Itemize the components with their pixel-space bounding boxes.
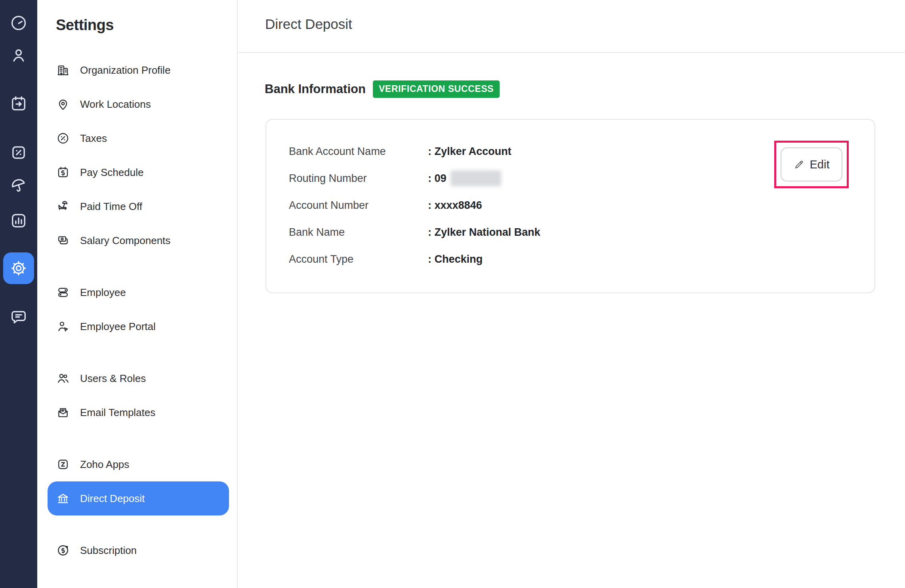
settings-nav: Organization ProfileWork LocationsTaxesP… [37,53,237,567]
detail-label: Bank Name [289,226,428,239]
toggles-icon [56,286,70,299]
sidebar-item-zoho-apps[interactable]: Zoho Apps [48,447,229,481]
sidebar-item-direct-deposit[interactable]: Direct Deposit [48,481,229,515]
rail-item-gauge[interactable] [10,14,28,32]
detail-value: : 09 [428,170,501,186]
sidebar-item-work-locations[interactable]: Work Locations [48,87,229,121]
nav-group-spacer [37,430,237,447]
bank-icon [56,492,70,505]
app-window: Settings Organization ProfileWork Locati… [0,0,905,588]
sidebar-item-label: Email Templates [80,407,155,419]
sidebar-item-label: Pay Schedule [80,166,143,179]
bank-detail-row: Bank Name: Zylker National Bank [289,219,540,246]
sidebar-item-employee-portal[interactable]: Employee Portal [48,309,229,344]
edit-highlight-annotation: Edit [774,141,849,188]
rail-item-user[interactable] [10,46,28,65]
redacted-value-blur [451,170,501,186]
sidebar-item-label: Taxes [80,132,107,145]
verification-status-badge: VERIFICATION SUCCESS [373,80,500,98]
bank-detail-row: Routing Number: 09 [289,165,540,192]
rail-item-umbrella[interactable] [10,176,28,195]
nav-group-spacer [37,515,237,533]
percent-circle-icon [56,132,70,145]
bank-detail-row: Bank Account Name: Zylker Account [289,138,540,165]
detail-value: : xxxx8846 [428,199,482,212]
sidebar-item-label: Employee [80,286,126,299]
header-divider [239,52,905,53]
users-icon [56,372,70,385]
rail-item-file-percent[interactable] [10,143,28,162]
rail-item-calendar-arrow[interactable] [10,95,28,113]
edit-button[interactable]: Edit [781,147,842,181]
sidebar-item-label: Paid Time Off [80,200,142,213]
calendar-arrow-icon [10,95,28,113]
beach-chair-icon [56,200,70,213]
sidebar-item-salary-components[interactable]: Salary Components [48,223,229,258]
gear-icon [10,259,28,277]
sidebar-item-label: Direct Deposit [80,493,145,505]
sidebar-item-label: Organization Profile [80,64,170,76]
nav-group-spacer [37,258,237,275]
mail-open-icon [56,406,70,419]
map-pin-icon [56,97,70,111]
detail-label: Routing Number [289,172,428,185]
bank-info-card: Bank Account Name: Zylker AccountRouting… [265,119,875,293]
bank-detail-row: Account Number: xxxx8846 [289,192,540,219]
bar-chart-icon [10,212,28,230]
detail-label: Account Number [289,199,428,212]
wallet-icon [56,234,70,247]
detail-value: : Zylker National Bank [428,226,540,239]
sidebar-item-paid-time-off[interactable]: Paid Time Off [48,189,229,223]
settings-title: Settings [56,17,114,34]
umbrella-icon [10,176,28,195]
bank-detail-row: Account Type: Checking [289,246,540,273]
person-cursor-icon [56,320,70,333]
sidebar-item-label: Salary Components [80,235,170,247]
sidebar-item-email-templates[interactable]: Email Templates [48,395,229,430]
sidebar-item-label: Zoho Apps [80,458,129,471]
rail-item-chat[interactable] [10,308,28,326]
sidebar-item-label: Employee Portal [80,321,156,333]
dollar-cycle-icon [56,544,70,557]
calendar-dollar-icon [56,166,70,179]
nav-group-spacer [37,344,237,361]
sidebar-item-employee[interactable]: Employee [48,275,229,309]
bank-information-header: Bank Information VERIFICATION SUCCESS [265,80,500,98]
detail-value: : Zylker Account [428,145,512,158]
app-icon-rail [0,0,37,588]
bank-detail-rows: Bank Account Name: Zylker AccountRouting… [289,138,540,273]
zoho-z-icon [56,458,70,471]
file-percent-icon [10,143,28,162]
detail-value: : Checking [428,253,483,265]
rail-item-bar-chart[interactable] [10,212,28,230]
page-title: Direct Deposit [265,16,352,32]
settings-sidebar: Settings Organization ProfileWork Locati… [37,0,238,588]
user-icon [10,46,28,65]
sidebar-item-organization-profile[interactable]: Organization Profile [48,53,229,87]
section-title: Bank Information [265,82,366,96]
sidebar-item-pay-schedule[interactable]: Pay Schedule [48,155,229,189]
sidebar-item-label: Work Locations [80,98,151,111]
sidebar-item-taxes[interactable]: Taxes [48,121,229,155]
sidebar-item-label: Subscription [80,544,137,557]
detail-label: Account Type [289,253,428,265]
rail-item-gear[interactable] [3,252,34,284]
main-content: Direct Deposit Bank Information VERIFICA… [239,0,905,588]
sidebar-item-users-roles[interactable]: Users & Roles [48,361,229,395]
pencil-icon [794,159,804,170]
gauge-icon [10,14,28,32]
sidebar-item-label: Users & Roles [80,372,146,385]
edit-button-label: Edit [810,158,830,171]
sidebar-item-subscription[interactable]: Subscription [48,533,229,567]
building-icon [56,63,70,77]
detail-label: Bank Account Name [289,145,428,158]
chat-icon [10,308,28,326]
